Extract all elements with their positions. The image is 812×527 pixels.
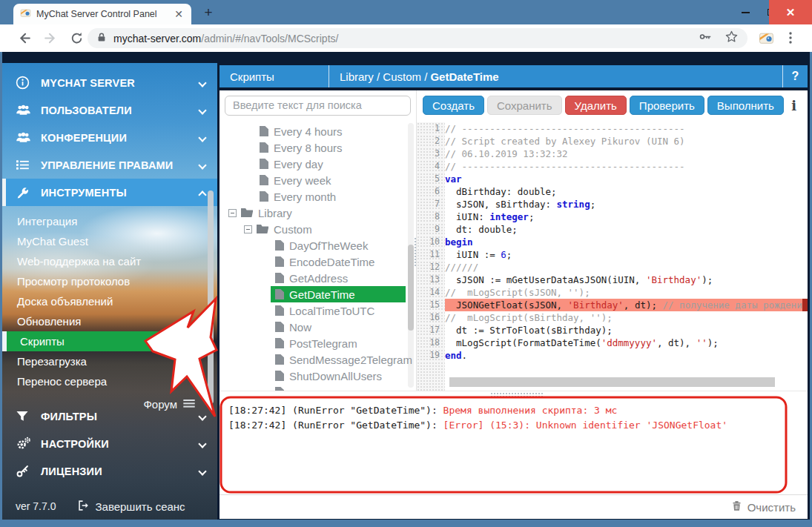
sidebar-item[interactable]: Скрипты xyxy=(2,331,198,351)
editor-horizontal-scrollbar[interactable] xyxy=(448,377,796,387)
sidebar-item[interactable]: Просмотр протоколов xyxy=(2,271,217,291)
info-icon[interactable]: i xyxy=(791,98,796,113)
chevron-down-icon xyxy=(198,79,206,87)
extension-icon[interactable] xyxy=(759,30,775,47)
line-number: 2 xyxy=(417,135,445,148)
sidebar-group-users[interactable]: ПОЛЬЗОВАТЕЛИ xyxy=(2,96,217,124)
tree-expander-icon[interactable] xyxy=(244,225,252,233)
tree-item[interactable]: PostTelegram xyxy=(219,335,416,351)
log-entry: [18:27:42] (RunError "GetDateTime"): Вре… xyxy=(228,403,799,418)
users-icon xyxy=(16,104,33,116)
code-line-error[interactable]: 15 JSONGetFloat(sJSON, 'Birthday', dt); … xyxy=(417,299,808,311)
chevron-down-icon xyxy=(198,440,206,448)
code-line[interactable]: 2// Script created by Alexey Pikurov (UI… xyxy=(417,135,808,148)
bookmark-star-icon[interactable] xyxy=(724,30,739,47)
log-entry-message: Время выполнения скрипта: 3 мс xyxy=(443,405,618,416)
sidebar-item[interactable]: Перенос сервера xyxy=(2,371,217,391)
help-button[interactable]: ? xyxy=(782,65,808,87)
toolbar-button-1[interactable]: Создать xyxy=(423,96,484,115)
toolbar-button-5[interactable]: Выполнить xyxy=(707,96,784,115)
sidebar-item[interactable]: MyChat Guest xyxy=(2,231,217,251)
code-line[interactable]: 19end. xyxy=(417,349,808,362)
sidebar-item[interactable]: Web-поддержка на сайт xyxy=(2,251,217,271)
tree-expander-icon[interactable] xyxy=(228,209,237,217)
code-line[interactable]: 3// 06.10.2019 13:32:32 xyxy=(417,148,808,160)
chevron-down-icon xyxy=(198,133,206,142)
tree-item[interactable]: Every week xyxy=(219,172,416,188)
tree-item[interactable]: Now xyxy=(219,319,416,335)
window-close-button[interactable]: ✕ xyxy=(769,0,812,24)
sidebar-footer: ver 7.7.0 Завершить сеанс xyxy=(2,493,217,520)
sidebar-group-wrench[interactable]: ИНСТРУМЕНТЫ xyxy=(2,179,217,206)
tree-item[interactable]: Every 4 hours xyxy=(219,123,416,139)
sidebar-group-info[interactable]: MYCHAT SERVER xyxy=(2,69,217,96)
reload-icon[interactable] xyxy=(70,31,86,47)
toolbar-button-3[interactable]: Удалить xyxy=(565,96,627,115)
code-line[interactable]: 13 sJSON := mGetUserDataAsJSON(iUIN, 'Bi… xyxy=(417,274,808,286)
horizontal-splitter[interactable] xyxy=(219,391,808,397)
sidebar-item-label: Перезагрузка xyxy=(17,355,87,368)
code-line[interactable]: 5var xyxy=(417,173,808,185)
browser-tab[interactable]: MyChat Server Control Panel ✕ xyxy=(13,4,191,24)
code-line[interactable]: 4// ------------------------------------… xyxy=(417,160,808,173)
code-line[interactable]: 12////// xyxy=(417,261,808,274)
tree-item-label: ShutDownAllUsers xyxy=(289,370,382,382)
code-editor[interactable]: 1// ------------------------------------… xyxy=(417,120,808,391)
forward-icon[interactable] xyxy=(43,30,59,47)
code-line[interactable]: 17 dt := StrToFloat(sBirthday); xyxy=(417,324,808,337)
code-line[interactable]: 18 mLogScript(FormatDateTime('ddmmyyyy',… xyxy=(417,337,808,349)
tree-item[interactable]: Library xyxy=(219,205,416,221)
sidebar-group-key[interactable]: ЛИЦЕНЗИИ xyxy=(2,457,217,485)
tab-close-icon[interactable]: ✕ xyxy=(173,9,185,19)
code-line[interactable]: 10begin xyxy=(417,236,808,248)
tree-item[interactable] xyxy=(219,384,416,391)
sidebar-item[interactable]: Доска объявлений xyxy=(2,291,217,311)
code-text: JSONGetFloat(sJSON, 'Birthday', dt); // … xyxy=(445,299,808,311)
tree-item-label: GetDateTime xyxy=(289,288,355,301)
code-line[interactable]: 16// mLogScript(sBirthday, ''); xyxy=(417,311,808,324)
code-line[interactable]: 9 dt: double; xyxy=(417,223,808,236)
sidebar-group-filter[interactable]: ФИЛЬТРЫ xyxy=(2,402,217,430)
sidebar-group-gear[interactable]: НАСТРОЙКИ xyxy=(2,430,217,457)
clear-log-button[interactable]: Очистить xyxy=(747,501,796,514)
tree-item[interactable]: EncodeDateTime xyxy=(219,253,416,270)
sidebar-item[interactable]: Обновления xyxy=(2,311,217,331)
tree-item[interactable]: GetAddress xyxy=(219,270,416,286)
password-key-icon[interactable] xyxy=(699,30,713,47)
tree-item-label: Every month xyxy=(274,190,336,203)
tree-item[interactable]: GetDateTime xyxy=(219,286,416,302)
sidebar-scrollbar[interactable] xyxy=(208,190,214,404)
logout-button[interactable]: Завершить сеанс xyxy=(76,499,185,514)
sidebar-group-users[interactable]: КОНФЕРЕНЦИИ xyxy=(2,124,217,151)
sidebar-group-list[interactable]: УПРАВЛЕНИЕ ПРАВАМИ xyxy=(2,151,217,179)
tab-title: MyChat Server Control Panel xyxy=(36,9,173,19)
new-tab-button[interactable]: + xyxy=(202,6,215,19)
url-bar[interactable]: mychat-server.com/admin/#/navTools/MCScr… xyxy=(88,28,747,48)
tree-item[interactable]: SendMessage2Telegram xyxy=(219,351,416,368)
search-input[interactable] xyxy=(225,96,411,116)
file-icon xyxy=(260,159,268,169)
tree-item[interactable]: ShutDownAllUsers xyxy=(219,368,416,384)
code-line[interactable]: 8 iUIN: integer; xyxy=(417,211,808,223)
toolbar-button-4[interactable]: Проверить xyxy=(630,96,704,115)
folder-icon xyxy=(241,208,253,217)
tree-item[interactable]: DayOfTheWeek xyxy=(219,237,416,253)
code-line[interactable]: 14// mLogScript(sJSON, ''); xyxy=(417,286,808,299)
tree-item[interactable]: Every day xyxy=(219,156,416,172)
sidebar-item[interactable]: Перезагрузка xyxy=(2,351,217,371)
code-line[interactable]: 6 dBirthday: double; xyxy=(417,185,808,198)
browser-menu-icon[interactable] xyxy=(789,32,805,48)
tree-item[interactable]: Every 8 hours xyxy=(219,139,416,156)
tree-item[interactable]: Custom xyxy=(219,221,416,237)
tree-item[interactable]: LocalTimeToUTC xyxy=(219,302,416,319)
horizontal-splitter-handle[interactable] xyxy=(490,392,544,397)
tree-item-label: EncodeDateTime xyxy=(289,256,374,268)
code-line[interactable]: 7 sJSON, sBirthday: string; xyxy=(417,198,808,211)
tree-item[interactable]: Every month xyxy=(219,188,416,205)
code-line[interactable]: 1// ------------------------------------… xyxy=(417,122,808,135)
back-icon[interactable] xyxy=(16,30,33,47)
log-entry-prefix: [18:27:42] (RunError "GetDateTime"): xyxy=(228,420,443,431)
sidebar-item[interactable]: Интеграция xyxy=(2,211,217,231)
code-line[interactable]: 11 iUIN := 6; xyxy=(417,248,808,261)
code-text: dt: double; xyxy=(445,223,808,236)
